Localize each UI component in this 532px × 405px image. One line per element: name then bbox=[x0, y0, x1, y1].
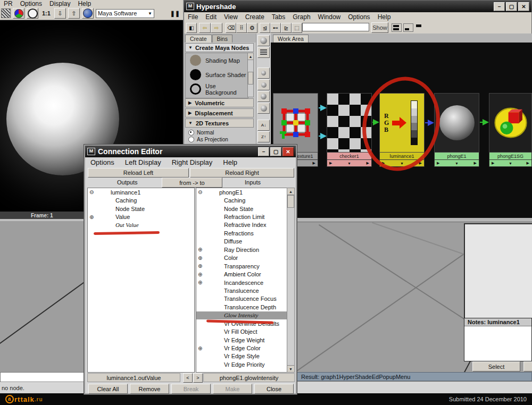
menu-item[interactable]: Options bbox=[344, 13, 373, 21]
small-sphere-icon[interactable] bbox=[257, 91, 270, 102]
work-area-canvas[interactable]: place2dTexture1 ▶▼▶ checker1 ▶▼▶ RGB lum… bbox=[271, 43, 532, 218]
attribute-row[interactable]: Refractions bbox=[196, 229, 287, 237]
node-luminance1[interactable]: RGB luminance1 ▶▼▶ bbox=[379, 93, 425, 167]
menu-item[interactable]: Help bbox=[218, 158, 243, 166]
input-connections-icon[interactable]: ⊴ bbox=[260, 23, 270, 33]
expander-icon[interactable]: ⊕ bbox=[198, 255, 202, 261]
layout-split-icon[interactable] bbox=[392, 23, 402, 32]
menu-item[interactable]: Options bbox=[16, 0, 46, 7]
section-2d-textures[interactable]: ▼ 2D Textures bbox=[185, 119, 254, 128]
search-input[interactable] bbox=[302, 23, 369, 31]
node-phonge1sg[interactable]: phongE1SG ▶▼▶ bbox=[489, 93, 532, 167]
radio-as-projection[interactable]: As Projection bbox=[188, 137, 228, 142]
attribute-row[interactable]: Caching bbox=[88, 196, 194, 204]
swatch-row[interactable]: Use Background bbox=[186, 82, 248, 96]
swatch-grid-icon[interactable] bbox=[257, 47, 270, 58]
layout-bottom-icon[interactable] bbox=[403, 23, 413, 32]
panel-tab[interactable]: Create bbox=[185, 35, 212, 43]
expander-icon[interactable]: ⊖ bbox=[198, 189, 202, 195]
menu-item[interactable]: File bbox=[184, 13, 202, 21]
alpha-channel-button[interactable] bbox=[27, 8, 38, 19]
connection-editor-titlebar[interactable]: M Connection Editor – ▢ ✕ bbox=[85, 146, 296, 157]
expander-icon[interactable]: ⊕ bbox=[198, 263, 202, 269]
create-maya-nodes-header[interactable]: ▼ Create Maya Nodes bbox=[185, 43, 254, 52]
attribute-row[interactable]: Vr Fill Object bbox=[196, 327, 287, 335]
attribute-row[interactable]: Node State bbox=[196, 205, 287, 213]
zoom-1-1-button[interactable]: 1:1 bbox=[40, 10, 52, 16]
output-connections-icon[interactable]: ⊵ bbox=[281, 23, 292, 33]
swatch-row[interactable]: Surface Shader bbox=[186, 68, 248, 82]
attribute-row[interactable]: Vr Edge Style bbox=[196, 352, 287, 360]
expander-icon[interactable]: ⊕ bbox=[89, 214, 94, 220]
swatch-scrollbar[interactable]: ▲ bbox=[247, 53, 254, 97]
menu-item[interactable]: PR bbox=[0, 0, 16, 7]
attribute-row[interactable]: Refraction Limit bbox=[196, 213, 287, 221]
layout-top-icon[interactable] bbox=[415, 23, 424, 31]
break-button[interactable]: Break bbox=[171, 384, 211, 394]
hypershade-titlebar[interactable]: M Hypershade – ▢ ✕ bbox=[184, 1, 531, 12]
partial-button[interactable] bbox=[523, 361, 532, 372]
expander-icon[interactable]: ⊕ bbox=[198, 280, 202, 285]
render-icon[interactable] bbox=[1, 9, 11, 18]
node-checker1[interactable]: checker1 ▶▼▶ bbox=[327, 93, 372, 167]
node-arrows[interactable]: ▶▼▶ bbox=[434, 160, 479, 167]
section-displacement[interactable]: ▶ Displacement bbox=[185, 108, 254, 117]
minimize-button[interactable]: – bbox=[494, 2, 505, 11]
sort-descending-icon[interactable]: Z↑ bbox=[257, 131, 270, 142]
direction-toggle-button[interactable]: from -> to bbox=[162, 178, 222, 188]
keep-image-button[interactable]: ⇩ bbox=[54, 8, 66, 19]
attribute-row[interactable]: ⊕ Value bbox=[88, 213, 194, 221]
close-button[interactable]: ✕ bbox=[518, 2, 529, 11]
attribute-row[interactable]: Caching bbox=[196, 196, 287, 204]
make-button[interactable]: Make bbox=[213, 384, 252, 394]
attribute-row[interactable]: Translucence Depth bbox=[196, 303, 287, 311]
forward-arrow-icon[interactable]: ⇨ bbox=[211, 23, 222, 33]
sort-ascending-icon[interactable]: A↓ bbox=[257, 120, 270, 131]
node-arrows[interactable]: ▶▼▶ bbox=[489, 160, 532, 167]
radio-normal[interactable]: Normal bbox=[188, 130, 214, 136]
rgb-channels-button[interactable] bbox=[13, 8, 24, 19]
remove-image-button[interactable]: ⇧ bbox=[68, 8, 80, 19]
expander-icon[interactable]: ⊕ bbox=[198, 345, 202, 351]
next-connection-button[interactable]: > bbox=[193, 373, 203, 383]
swatch-toggle-icon[interactable]: ◧ bbox=[186, 23, 197, 33]
node-phonge1[interactable]: phongE1 ▶▼▶ bbox=[434, 93, 479, 167]
graph-materials-icon[interactable]: ❂ bbox=[247, 23, 257, 33]
menu-item[interactable]: Edit bbox=[202, 13, 220, 21]
attribute-row[interactable]: Refractive Index bbox=[196, 221, 287, 229]
swatch-row[interactable]: Shading Map bbox=[186, 53, 248, 68]
close-button[interactable]: ✕ bbox=[282, 147, 294, 156]
menu-item[interactable]: Help bbox=[74, 0, 95, 7]
reload-left-button[interactable]: Reload Left bbox=[88, 168, 189, 178]
tab-work-area[interactable]: Work Area bbox=[273, 35, 309, 43]
attribute-row[interactable]: ⊕ Ambient Color bbox=[196, 270, 287, 278]
node-arrows[interactable]: ▶▼▶ bbox=[379, 160, 425, 167]
menu-item[interactable]: View bbox=[220, 13, 242, 21]
attribute-row[interactable]: Vr Edge Weight bbox=[196, 336, 287, 344]
maximize-button[interactable]: ▢ bbox=[270, 147, 281, 156]
clear-all-button[interactable]: Clear All bbox=[88, 384, 128, 394]
menu-item[interactable]: Left Display bbox=[120, 158, 167, 166]
attribute-row[interactable]: ⊖ phongE1 bbox=[196, 188, 287, 196]
close-button[interactable]: Close bbox=[254, 384, 294, 394]
attribute-row[interactable]: ⊕ Color bbox=[196, 254, 287, 262]
small-sphere-icon[interactable] bbox=[257, 79, 270, 90]
prev-connection-button[interactable]: < bbox=[183, 373, 193, 383]
reload-right-button[interactable]: Reload Right bbox=[190, 168, 294, 178]
renderer-dropdown[interactable]: Maya Software ▼ bbox=[96, 9, 154, 18]
expander-icon[interactable]: ⊕ bbox=[198, 247, 202, 252]
attribute-row[interactable]: Out Value bbox=[88, 221, 194, 229]
remove-button[interactable]: Remove bbox=[130, 384, 169, 394]
attribute-row[interactable]: Glow Intensity bbox=[196, 311, 287, 319]
menu-item[interactable]: Help bbox=[374, 13, 395, 21]
maximize-button[interactable]: ▢ bbox=[506, 2, 517, 11]
small-sphere-icon[interactable] bbox=[257, 68, 270, 79]
panel-tab[interactable]: Bins bbox=[212, 35, 232, 43]
scroll-down-icon[interactable]: ▼ bbox=[287, 365, 294, 372]
minimize-button[interactable]: – bbox=[258, 147, 269, 156]
attribute-row[interactable]: ⊕ Ray Direction bbox=[196, 246, 287, 254]
back-arrow-icon[interactable]: ⇦ bbox=[199, 23, 211, 33]
inputs-scrollbar[interactable]: ▲ ▼ bbox=[287, 188, 295, 373]
snapshot-button[interactable] bbox=[82, 8, 94, 19]
input-output-connections-icon[interactable]: ⊷ bbox=[270, 23, 281, 33]
